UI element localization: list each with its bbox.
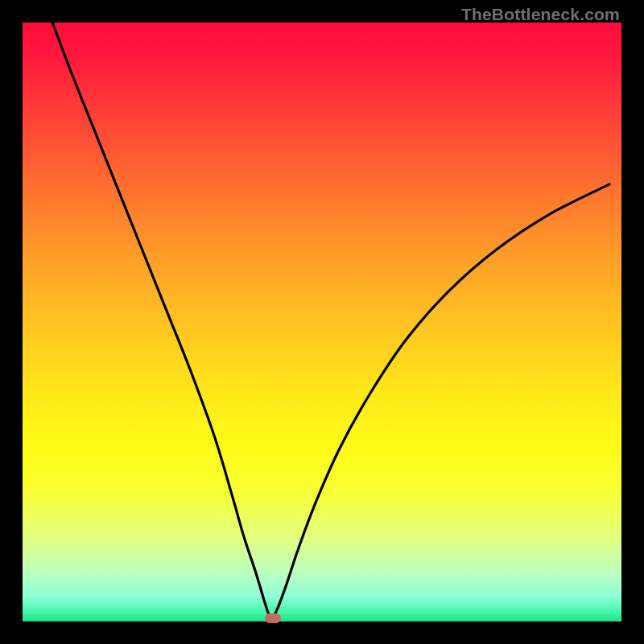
bottleneck-curve [23, 23, 621, 621]
watermark-text: TheBottleneck.com [461, 5, 620, 24]
plot-area [23, 23, 621, 621]
minimum-marker [265, 613, 281, 623]
curve-path [52, 23, 609, 618]
chart-frame: TheBottleneck.com [0, 0, 644, 644]
